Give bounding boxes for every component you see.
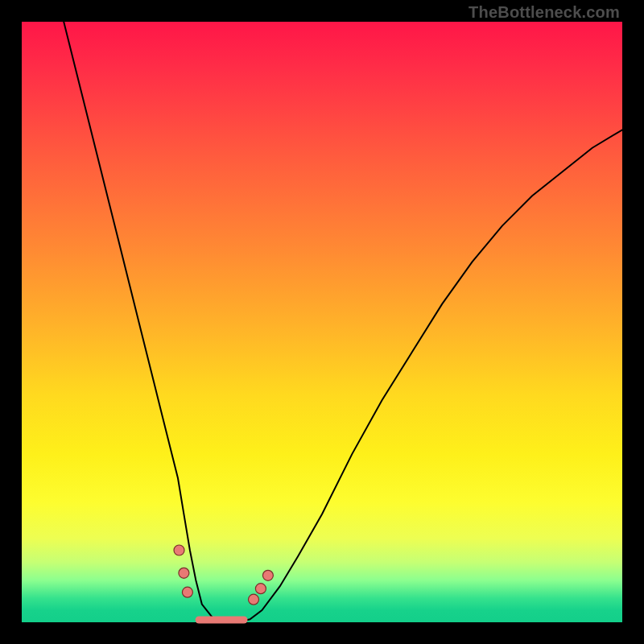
curve-line [64, 22, 622, 622]
marker-dot [174, 545, 184, 555]
watermark-text: TheBottleneck.com [469, 3, 620, 22]
marker-dot [179, 568, 189, 578]
chart-svg [22, 22, 622, 622]
chart-frame: TheBottleneck.com [0, 0, 644, 644]
marker-dot [249, 594, 259, 605]
marker-dot [262, 570, 273, 580]
marker-dot [255, 584, 266, 594]
marker-dot [182, 587, 192, 597]
markers-group [174, 545, 273, 605]
